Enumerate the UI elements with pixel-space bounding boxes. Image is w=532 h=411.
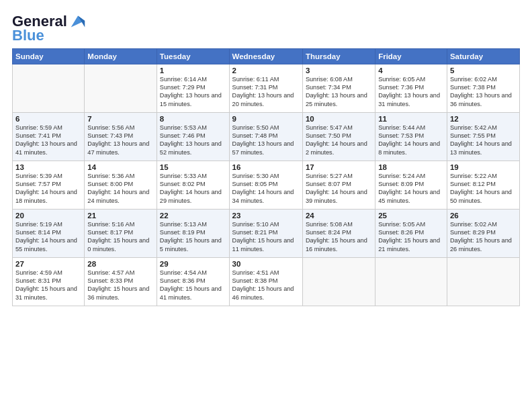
day-number: 30: [232, 260, 300, 268]
calendar-cell: [375, 257, 447, 306]
day-number: 9: [232, 115, 300, 123]
calendar-cell: 24Sunrise: 5:08 AM Sunset: 8:24 PM Dayli…: [302, 209, 375, 257]
day-number: 21: [87, 212, 154, 220]
day-number: 24: [306, 212, 372, 220]
calendar-cell: 1Sunrise: 6:14 AM Sunset: 7:29 PM Daylig…: [157, 64, 229, 112]
col-header-friday: Friday: [375, 48, 447, 64]
calendar-cell: 23Sunrise: 5:10 AM Sunset: 8:21 PM Dayli…: [229, 209, 302, 257]
day-info: Sunrise: 5:30 AM Sunset: 8:05 PM Dayligh…: [232, 172, 300, 205]
day-number: 11: [378, 115, 444, 123]
day-number: 14: [87, 163, 154, 171]
col-header-wednesday: Wednesday: [229, 48, 302, 64]
day-number: 19: [450, 163, 517, 171]
day-info: Sunrise: 5:59 AM Sunset: 7:41 PM Dayligh…: [15, 124, 81, 157]
day-number: 13: [15, 163, 81, 171]
calendar-cell: 22Sunrise: 5:13 AM Sunset: 8:19 PM Dayli…: [157, 209, 229, 257]
day-number: 29: [160, 260, 226, 268]
day-info: Sunrise: 5:13 AM Sunset: 8:19 PM Dayligh…: [160, 220, 226, 254]
calendar-cell: 4Sunrise: 6:05 AM Sunset: 7:36 PM Daylig…: [375, 64, 447, 112]
calendar-cell: [447, 257, 519, 306]
day-info: Sunrise: 5:53 AM Sunset: 7:46 PM Dayligh…: [160, 124, 226, 157]
calendar-cell: 30Sunrise: 4:51 AM Sunset: 8:38 PM Dayli…: [229, 257, 302, 306]
calendar-week-3: 13Sunrise: 5:39 AM Sunset: 7:57 PM Dayli…: [13, 161, 520, 209]
col-header-sunday: Sunday: [13, 48, 85, 64]
calendar-cell: 5Sunrise: 6:02 AM Sunset: 7:38 PM Daylig…: [447, 64, 519, 112]
day-number: 15: [160, 163, 226, 171]
day-info: Sunrise: 5:33 AM Sunset: 8:02 PM Dayligh…: [160, 172, 226, 205]
day-number: 16: [232, 163, 300, 171]
day-info: Sunrise: 5:50 AM Sunset: 7:48 PM Dayligh…: [232, 124, 300, 157]
calendar-cell: 20Sunrise: 5:19 AM Sunset: 8:14 PM Dayli…: [13, 209, 85, 257]
day-info: Sunrise: 5:16 AM Sunset: 8:17 PM Dayligh…: [87, 220, 154, 254]
day-number: 20: [15, 212, 81, 220]
day-info: Sunrise: 4:54 AM Sunset: 8:36 PM Dayligh…: [160, 269, 226, 302]
day-number: 22: [160, 212, 226, 220]
day-info: Sunrise: 6:11 AM Sunset: 7:31 PM Dayligh…: [232, 75, 300, 109]
calendar-cell: 12Sunrise: 5:42 AM Sunset: 7:55 PM Dayli…: [447, 112, 519, 161]
day-info: Sunrise: 4:51 AM Sunset: 8:38 PM Dayligh…: [232, 269, 300, 302]
calendar-header-row: SundayMondayTuesdayWednesdayThursdayFrid…: [13, 48, 520, 64]
col-header-tuesday: Tuesday: [157, 48, 229, 64]
day-info: Sunrise: 4:57 AM Sunset: 8:33 PM Dayligh…: [87, 269, 154, 302]
day-info: Sunrise: 5:42 AM Sunset: 7:55 PM Dayligh…: [450, 124, 517, 157]
day-number: 25: [378, 212, 444, 220]
day-number: 3: [306, 66, 372, 75]
col-header-thursday: Thursday: [302, 48, 375, 64]
calendar-cell: 18Sunrise: 5:24 AM Sunset: 8:09 PM Dayli…: [375, 161, 447, 209]
logo-blue: Blue: [12, 30, 87, 42]
day-number: 4: [378, 66, 444, 75]
col-header-saturday: Saturday: [447, 48, 519, 64]
day-info: Sunrise: 5:47 AM Sunset: 7:50 PM Dayligh…: [306, 124, 372, 157]
calendar-cell: 17Sunrise: 5:27 AM Sunset: 8:07 PM Dayli…: [302, 161, 375, 209]
calendar-cell: 28Sunrise: 4:57 AM Sunset: 8:33 PM Dayli…: [85, 257, 157, 306]
day-number: 7: [87, 115, 154, 123]
calendar-cell: 11Sunrise: 5:44 AM Sunset: 7:53 PM Dayli…: [375, 112, 447, 161]
calendar-week-2: 6Sunrise: 5:59 AM Sunset: 7:41 PM Daylig…: [13, 112, 520, 161]
day-info: Sunrise: 6:05 AM Sunset: 7:36 PM Dayligh…: [378, 75, 444, 109]
day-number: 10: [306, 115, 372, 123]
calendar-cell: 26Sunrise: 5:02 AM Sunset: 8:29 PM Dayli…: [447, 209, 519, 257]
day-number: 23: [232, 212, 300, 220]
calendar-table: SundayMondayTuesdayWednesdayThursdayFrid…: [12, 48, 520, 306]
day-info: Sunrise: 5:10 AM Sunset: 8:21 PM Dayligh…: [232, 220, 300, 254]
calendar-cell: 10Sunrise: 5:47 AM Sunset: 7:50 PM Dayli…: [302, 112, 375, 161]
day-info: Sunrise: 5:05 AM Sunset: 8:26 PM Dayligh…: [378, 220, 444, 254]
col-header-monday: Monday: [85, 48, 157, 64]
calendar-cell: 21Sunrise: 5:16 AM Sunset: 8:17 PM Dayli…: [85, 209, 157, 257]
day-info: Sunrise: 6:14 AM Sunset: 7:29 PM Dayligh…: [160, 75, 226, 109]
calendar-cell: 2Sunrise: 6:11 AM Sunset: 7:31 PM Daylig…: [229, 64, 302, 112]
calendar-cell: 3Sunrise: 6:08 AM Sunset: 7:34 PM Daylig…: [302, 64, 375, 112]
calendar-cell: 9Sunrise: 5:50 AM Sunset: 7:48 PM Daylig…: [229, 112, 302, 161]
day-info: Sunrise: 5:27 AM Sunset: 8:07 PM Dayligh…: [306, 172, 372, 205]
calendar-cell: 15Sunrise: 5:33 AM Sunset: 8:02 PM Dayli…: [157, 161, 229, 209]
day-info: Sunrise: 5:44 AM Sunset: 7:53 PM Dayligh…: [378, 124, 444, 157]
day-number: 12: [450, 115, 517, 123]
day-number: 2: [232, 66, 300, 75]
logo: General Blue: [12, 12, 87, 42]
day-info: Sunrise: 6:02 AM Sunset: 7:38 PM Dayligh…: [450, 75, 517, 109]
day-number: 27: [15, 260, 81, 268]
calendar-cell: 8Sunrise: 5:53 AM Sunset: 7:46 PM Daylig…: [157, 112, 229, 161]
day-number: 8: [160, 115, 226, 123]
calendar-cell: 14Sunrise: 5:36 AM Sunset: 8:00 PM Dayli…: [85, 161, 157, 209]
day-number: 6: [15, 115, 81, 123]
day-number: 1: [160, 66, 226, 75]
calendar-week-1: 1Sunrise: 6:14 AM Sunset: 7:29 PM Daylig…: [13, 64, 520, 112]
day-number: 5: [450, 66, 517, 75]
day-number: 18: [378, 163, 444, 171]
day-number: 17: [306, 163, 372, 171]
day-info: Sunrise: 6:08 AM Sunset: 7:34 PM Dayligh…: [306, 75, 372, 109]
day-info: Sunrise: 5:19 AM Sunset: 8:14 PM Dayligh…: [15, 220, 81, 254]
calendar-cell: 6Sunrise: 5:59 AM Sunset: 7:41 PM Daylig…: [13, 112, 85, 161]
day-info: Sunrise: 5:22 AM Sunset: 8:12 PM Dayligh…: [450, 172, 517, 205]
calendar-cell: [13, 64, 85, 112]
day-info: Sunrise: 5:02 AM Sunset: 8:29 PM Dayligh…: [450, 220, 517, 254]
calendar-cell: 27Sunrise: 4:59 AM Sunset: 8:31 PM Dayli…: [13, 257, 85, 306]
day-info: Sunrise: 4:59 AM Sunset: 8:31 PM Dayligh…: [15, 269, 81, 302]
page-header: General Blue: [12, 12, 520, 42]
calendar-week-4: 20Sunrise: 5:19 AM Sunset: 8:14 PM Dayli…: [13, 209, 520, 257]
day-info: Sunrise: 5:36 AM Sunset: 8:00 PM Dayligh…: [87, 172, 154, 205]
calendar-cell: [302, 257, 375, 306]
day-info: Sunrise: 5:24 AM Sunset: 8:09 PM Dayligh…: [378, 172, 444, 205]
calendar-cell: 16Sunrise: 5:30 AM Sunset: 8:05 PM Dayli…: [229, 161, 302, 209]
